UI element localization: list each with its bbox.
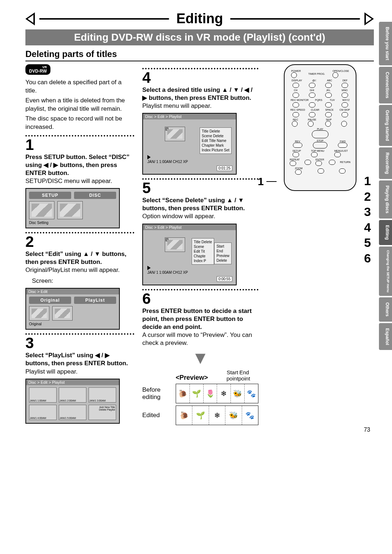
screen4-timer: 0:01:25 xyxy=(217,166,232,171)
nav-left-button[interactable] xyxy=(305,160,311,165)
openclose-button[interactable] xyxy=(332,72,338,78)
key-9-button[interactable] xyxy=(342,102,348,107)
skip-next-button[interactable] xyxy=(341,121,347,127)
key-1-button[interactable] xyxy=(309,83,315,88)
lbl-skip: SKIP xyxy=(325,118,332,121)
step-5-heading: Select “Scene Delete” using ▲ / ▼ button… xyxy=(142,196,258,212)
lbl-menulist: MENU/LIST xyxy=(334,150,348,152)
opt-start: Start xyxy=(216,244,229,249)
preview-before-label: Before editing xyxy=(142,386,173,401)
lbl-play: PLAY xyxy=(312,128,328,130)
screen5-options-left: Title Delete Scene Edit Tit Chapte Index… xyxy=(192,238,214,265)
zoom-button[interactable] xyxy=(295,170,302,175)
key-2-button[interactable] xyxy=(325,83,332,88)
side-tab-active[interactable]: Editing xyxy=(379,220,392,245)
return-button[interactable] xyxy=(339,168,346,174)
lbl-display: DISPLAY xyxy=(291,79,302,82)
side-tab[interactable]: Changing the SETUP menu xyxy=(379,247,392,296)
step-2-heading: Select “Edit” using ▲ / ▼ buttons, then … xyxy=(25,250,134,266)
banner-title: Editing xyxy=(173,11,226,27)
topmenu-button[interactable] xyxy=(311,152,318,157)
setup-button[interactable] xyxy=(293,152,299,157)
rev-button[interactable] xyxy=(293,143,302,148)
side-tab[interactable]: Connections xyxy=(379,67,392,103)
step-5-body: Option window will appear. xyxy=(142,212,258,220)
side-tab[interactable]: Getting started xyxy=(379,105,392,146)
play-icon xyxy=(147,155,151,159)
lbl-jkl: JKL xyxy=(325,89,332,91)
frame-icon: 🐌 xyxy=(176,406,192,425)
key-4-button[interactable] xyxy=(309,93,315,98)
lbl-rev: REV xyxy=(293,140,302,143)
lbl-fwd: FWD xyxy=(338,140,347,143)
fwd-button[interactable] xyxy=(338,143,347,148)
cmskip-button[interactable] xyxy=(342,112,348,117)
screen3-crumb: Disc > Edit > Playlist xyxy=(26,379,119,385)
step-divider xyxy=(25,135,134,137)
remote-control: POWER TIMER PROG. OPEN/CLOSE DISPLAY .@/… xyxy=(284,64,356,191)
screen4-status: JAN/ 1 1:00AM CH12 XP xyxy=(147,160,188,164)
key-3-button[interactable] xyxy=(342,83,348,88)
remote-step-callouts: 1 2 3 4 5 6 xyxy=(364,173,371,266)
tab-disc: DISC xyxy=(74,192,116,199)
display-button[interactable] xyxy=(293,83,299,88)
step-divider xyxy=(25,232,134,233)
recspeed-button[interactable] xyxy=(293,112,299,117)
side-tab[interactable]: Others xyxy=(379,297,392,322)
skip-prev-button[interactable] xyxy=(325,121,331,127)
thumb-icon xyxy=(29,306,49,321)
step-divider xyxy=(142,178,258,180)
delete-playlist: Delete Playlist xyxy=(90,408,115,411)
opt-edit-title-name: Edit Title Name xyxy=(202,138,229,143)
nav-right-button[interactable] xyxy=(329,160,335,165)
callout-4: 4 xyxy=(364,220,371,235)
nav-down-button[interactable] xyxy=(318,168,324,174)
menulist-button[interactable] xyxy=(334,152,341,157)
play-button[interactable] xyxy=(312,130,328,138)
side-tab[interactable]: Español xyxy=(379,323,392,350)
enter-button[interactable] xyxy=(315,161,322,166)
key-6-button[interactable] xyxy=(342,93,348,98)
banner-arrow-left-icon xyxy=(25,12,35,25)
side-tab[interactable]: Recording xyxy=(379,147,392,179)
tab-original: Original xyxy=(29,297,71,304)
stop-button[interactable] xyxy=(313,142,327,148)
screen4-options: Title Delete Scene Delete Edit Title Nam… xyxy=(200,127,232,154)
end-point-label: End point xyxy=(238,369,250,382)
repeat-button[interactable] xyxy=(290,161,296,166)
lbl-clear: CLEAR xyxy=(311,109,319,111)
lbl-timerprog: TIMER PROG. xyxy=(308,73,325,75)
step-2-body: Original/PlayList menu will appear. xyxy=(25,266,134,274)
key-8-button[interactable] xyxy=(325,102,332,107)
screen-edit: Disc > Edit Original PlayList Original xyxy=(25,288,120,330)
opt: Scene xyxy=(194,244,212,249)
lbl-at: .@/: xyxy=(310,79,318,82)
cell-label: JAN/1 3:00AM xyxy=(89,399,106,402)
step-3-body: Playlist will appear. xyxy=(25,368,134,376)
side-tab[interactable]: Playing discs xyxy=(379,180,392,219)
key-0-button[interactable] xyxy=(325,112,332,117)
power-button[interactable] xyxy=(291,72,297,78)
callout-1: 1 xyxy=(364,173,371,189)
clear-button[interactable] xyxy=(309,112,315,117)
key-7-button[interactable] xyxy=(309,102,315,107)
rec-button[interactable] xyxy=(292,121,298,127)
lbl-wxyz: WXYZ xyxy=(342,99,350,101)
screen1-footer: Disc Setting xyxy=(29,221,116,225)
playlist-cell: JAN/1 5:00AM xyxy=(59,405,86,420)
step-4-heading: Select a desired title using ▲ / ▼ / ◀ /… xyxy=(142,86,258,102)
opt: Chapte xyxy=(194,254,212,258)
tab-setup: SETUP xyxy=(29,192,71,199)
key-5-button[interactable] xyxy=(325,93,332,98)
screen2-footer: Original xyxy=(29,322,116,326)
callout-5: 5 xyxy=(364,235,371,250)
recmon-button[interactable] xyxy=(293,102,299,107)
frame-icon: 🌷 xyxy=(204,384,217,403)
lbl-repeat: REPEAT xyxy=(290,158,300,161)
intro-p3: The disc space to record will not be inc… xyxy=(25,115,134,131)
callout-2: 2 xyxy=(364,189,371,204)
pause-button[interactable] xyxy=(308,121,314,127)
ch-button[interactable] xyxy=(293,93,299,98)
side-tab[interactable]: Before you start xyxy=(379,22,392,65)
preview-edited-row: Edited 🐌 🌱 ❄ 🐝 🐾 xyxy=(142,406,258,425)
